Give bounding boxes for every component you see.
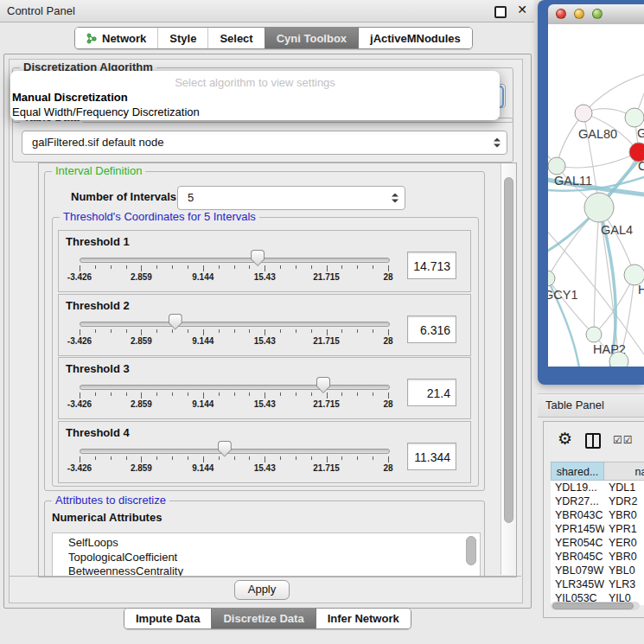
slider-tick bbox=[388, 265, 389, 271]
slider-tick bbox=[141, 265, 142, 271]
network-node-GCY1[interactable] bbox=[548, 271, 555, 286]
cell-name[interactable]: YDL1 bbox=[604, 481, 644, 494]
slider-thumb-face bbox=[252, 251, 264, 265]
cell-name[interactable]: YPR1 bbox=[604, 522, 644, 536]
cell-name[interactable]: YBR0 bbox=[604, 550, 644, 564]
network-node-GAL4[interactable] bbox=[584, 193, 614, 222]
tab-cyni-toolbox[interactable]: Cyni Toolbox bbox=[265, 28, 359, 48]
slider-tick bbox=[280, 265, 281, 269]
minimize-window-icon[interactable] bbox=[574, 9, 584, 19]
slider-thumb[interactable] bbox=[169, 314, 182, 330]
table-data-combobox[interactable]: galFiltered.sif default node bbox=[22, 131, 507, 155]
split-columns-icon[interactable] bbox=[585, 433, 601, 449]
tab-infer-network[interactable]: Infer Network bbox=[316, 609, 411, 628]
float-panel-button[interactable] bbox=[494, 6, 507, 18]
number-of-intervals-spinner[interactable]: 5 bbox=[177, 186, 405, 210]
cell-shared-name[interactable]: YPR145W bbox=[551, 522, 604, 536]
slider-tick-label: 21.715 bbox=[313, 399, 340, 409]
cell-shared-name[interactable]: YDR27... bbox=[551, 494, 604, 508]
zoom-window-icon[interactable] bbox=[592, 9, 603, 19]
table-row[interactable]: YBR045CYBR0 bbox=[551, 550, 644, 564]
threshold-value-field[interactable]: 11.344 bbox=[407, 443, 456, 470]
table-hscrollbar-thumb[interactable] bbox=[552, 603, 634, 609]
select-columns-icon[interactable]: ☑☑ bbox=[613, 434, 634, 446]
tab-impute-data-label: Impute Data bbox=[136, 612, 200, 625]
cell-name[interactable]: YDR2 bbox=[604, 494, 644, 508]
tab-select[interactable]: Select bbox=[208, 28, 264, 48]
slider-thumb[interactable] bbox=[251, 250, 265, 266]
cell-shared-name[interactable]: YBR043C bbox=[551, 508, 604, 522]
threshold-value-field[interactable]: 14.713 bbox=[407, 252, 456, 279]
network-edge bbox=[594, 207, 599, 335]
slider-tick-label: 21.715 bbox=[313, 272, 340, 282]
column-header-name[interactable]: na bbox=[604, 462, 644, 481]
slider-tick bbox=[80, 329, 80, 335]
tab-jactivemnodules[interactable]: jActiveMNodules bbox=[359, 28, 472, 48]
dropdown-option-equal-width[interactable]: Equal Width/Frequency Discretization bbox=[10, 105, 500, 119]
network-window-titlebar[interactable] bbox=[548, 4, 644, 25]
numerical-attributes-label: Numerical Attributes bbox=[52, 511, 162, 524]
slider-tick bbox=[265, 265, 265, 271]
tab-discretize-data[interactable]: Discretize Data bbox=[211, 609, 316, 628]
slider-tick bbox=[388, 456, 389, 462]
network-view-window[interactable]: GAL80GCGAL11GAL4GCY1HHAP2 bbox=[538, 0, 644, 385]
settings-vertical-scrollbar[interactable] bbox=[501, 163, 516, 575]
table-row[interactable]: YBL079WYBL0 bbox=[551, 564, 644, 577]
tab-impute-data[interactable]: Impute Data bbox=[124, 609, 211, 628]
table-horizontal-scrollbar[interactable] bbox=[551, 602, 640, 610]
threshold-value-field[interactable]: 21.4 bbox=[407, 379, 456, 406]
cell-shared-name[interactable]: YER054C bbox=[551, 536, 604, 550]
attribute-list-item[interactable]: TopologicalCoefficient bbox=[53, 551, 480, 565]
thresholds-groupbox: Threshold's Coordinates for 5 Intervals … bbox=[52, 217, 479, 487]
close-panel-button[interactable]: ✕ bbox=[517, 3, 527, 16]
interval-definition-groupbox: Interval Definition Number of Intervals … bbox=[44, 171, 485, 491]
network-node-node-bottom[interactable] bbox=[609, 352, 628, 367]
slider-track[interactable] bbox=[80, 449, 390, 454]
slider-track[interactable] bbox=[80, 322, 390, 327]
dropdown-option-manual-discretization[interactable]: Manual Discretization bbox=[10, 90, 500, 105]
attribute-list-item[interactable]: SelfLoops bbox=[53, 536, 480, 551]
slider-tick bbox=[111, 265, 112, 269]
cell-shared-name[interactable]: YBL079W bbox=[551, 564, 604, 577]
attributes-list-scrollbar-thumb[interactable] bbox=[466, 536, 476, 565]
tab-style[interactable]: Style bbox=[158, 28, 208, 48]
slider-tick-label: 15.43 bbox=[254, 463, 276, 473]
numerical-attributes-list[interactable]: SelfLoopsTopologicalCoefficientBetweenne… bbox=[52, 532, 481, 577]
network-node-node-top-right[interactable] bbox=[625, 108, 644, 127]
settings-scrollbar-thumb[interactable] bbox=[504, 177, 513, 523]
tab-network[interactable]: Network bbox=[75, 28, 158, 48]
table-row[interactable]: YBR043CYBR0 bbox=[551, 508, 644, 522]
cell-name[interactable]: YBL0 bbox=[604, 564, 644, 577]
network-canvas[interactable]: GAL80GCGAL11GAL4GCY1HHAP2 bbox=[548, 24, 644, 367]
slider-tick bbox=[126, 456, 127, 460]
slider-track[interactable] bbox=[80, 385, 390, 390]
slider-tick-label: 9.144 bbox=[192, 336, 214, 346]
table-row[interactable]: YDL19...YDL1 bbox=[551, 481, 644, 494]
table-row[interactable]: YER054CYER0 bbox=[551, 536, 644, 550]
slider-track[interactable] bbox=[80, 258, 390, 263]
cell-name[interactable]: YER0 bbox=[604, 536, 644, 550]
cell-name[interactable]: YBR0 bbox=[604, 508, 644, 522]
cell-shared-name[interactable]: YDL19... bbox=[551, 481, 604, 494]
cell-shared-name[interactable]: YBR045C bbox=[551, 550, 604, 564]
gear-icon[interactable]: ⚙ bbox=[558, 430, 572, 447]
slider-thumb[interactable] bbox=[316, 377, 330, 393]
slider-tick bbox=[357, 456, 358, 460]
slider-thumb[interactable] bbox=[218, 441, 232, 457]
slider-tick-label: 2.859 bbox=[131, 399, 152, 409]
slider-tick bbox=[388, 329, 389, 335]
network-node-GAL80[interactable] bbox=[575, 105, 592, 122]
column-header-shared-name[interactable]: shared... bbox=[551, 462, 604, 481]
table-rows: YDL19...YDL1YDR27...YDR2YBR043CYBR0YPR14… bbox=[551, 481, 644, 605]
cell-name[interactable]: YLR3 bbox=[604, 577, 644, 591]
cell-shared-name[interactable]: YLR345W bbox=[551, 577, 604, 591]
slider-tick bbox=[311, 265, 312, 269]
network-node-GAL11[interactable] bbox=[548, 157, 565, 175]
table-row[interactable]: YLR345WYLR3 bbox=[551, 577, 644, 591]
close-window-icon[interactable] bbox=[556, 9, 566, 19]
table-row[interactable]: YDR27...YDR2 bbox=[551, 494, 644, 508]
table-row[interactable]: YPR145WYPR1 bbox=[551, 522, 644, 536]
network-node-HAP2[interactable] bbox=[586, 327, 602, 342]
threshold-value-field[interactable]: 6.316 bbox=[407, 316, 456, 343]
apply-button[interactable]: Apply bbox=[234, 580, 290, 600]
